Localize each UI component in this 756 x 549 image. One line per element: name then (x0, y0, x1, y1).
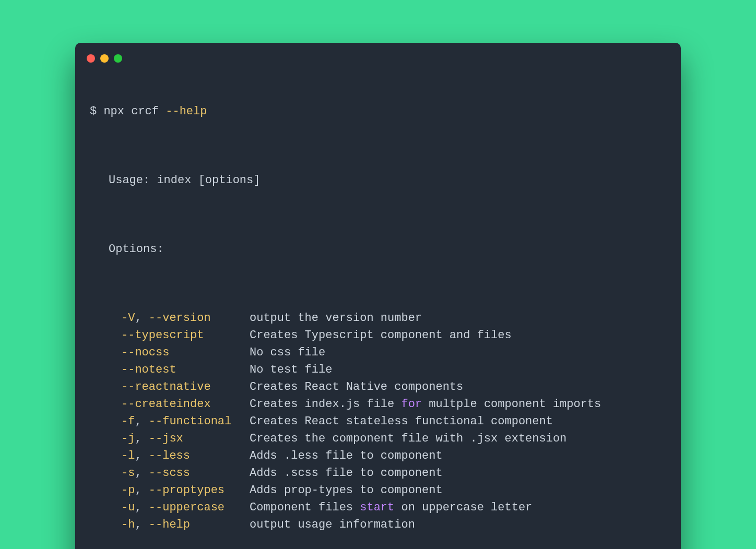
option-row: -V, --versionoutput the version number (121, 309, 666, 327)
option-flags: --reactnative (121, 378, 250, 396)
command-flag: --help (166, 105, 207, 118)
flag-separator: , (135, 415, 148, 428)
option-short-flag: -l (121, 449, 135, 462)
option-description: Creates React Native components (250, 378, 463, 396)
option-row: -s, --scssAdds .scss file to component (121, 464, 666, 482)
flag-separator: , (135, 484, 148, 497)
blank-line (90, 137, 666, 154)
option-flags: --typescript (121, 327, 250, 344)
option-flags: -s, --scss (121, 464, 250, 482)
option-flags: -h, --help (121, 516, 250, 533)
prompt-line: $ npx crcf --help (90, 103, 666, 120)
flag-separator: , (135, 312, 148, 325)
option-flags: --nocss (121, 344, 250, 361)
flag-separator: , (135, 467, 148, 480)
option-row: --reactnativeCreates React Native compon… (121, 378, 666, 396)
option-row: -l, --lessAdds .less file to component (121, 447, 666, 464)
flag-separator: , (135, 449, 148, 462)
close-icon[interactable] (87, 54, 95, 63)
option-long-flag: --uppercase (149, 501, 225, 514)
option-long-flag: --scss (149, 467, 190, 480)
option-row: --typescriptCreates Typescript component… (121, 327, 666, 344)
option-description: Creates the component file with .jsx ext… (250, 430, 566, 447)
option-long-flag: --nocss (121, 346, 169, 359)
window-titlebar (75, 43, 681, 63)
option-long-flag: --typescript (121, 329, 204, 342)
desc-text: Creates index.js file (250, 398, 401, 411)
option-long-flag: --createindex (121, 398, 211, 411)
option-row: -h, --helpoutput usage information (121, 516, 666, 533)
option-short-flag: -p (121, 484, 135, 497)
option-short-flag: -V (121, 312, 135, 325)
option-long-flag: --notest (121, 363, 176, 376)
option-short-flag: -s (121, 467, 135, 480)
usage-line: Usage: index [options] (90, 172, 666, 189)
option-row: --createindexCreates index.js file for m… (121, 396, 666, 413)
prompt-symbol: $ (90, 105, 97, 118)
terminal-content: $ npx crcf --help Usage: index [options]… (75, 63, 681, 549)
option-row: --notestNo test file (121, 361, 666, 378)
desc-text: Component files (250, 501, 360, 514)
options-list: -V, --versionoutput the version number--… (90, 309, 666, 533)
option-description: Adds prop-types to component (250, 482, 443, 499)
option-flags: -p, --proptypes (121, 482, 250, 499)
option-flags: --notest (121, 361, 250, 378)
option-short-flag: -f (121, 415, 135, 428)
option-description: Adds .scss file to component (250, 464, 443, 482)
option-long-flag: --less (149, 449, 190, 462)
maximize-icon[interactable] (114, 54, 122, 63)
minimize-icon[interactable] (100, 54, 109, 63)
option-description: Component files start on uppercase lette… (250, 499, 532, 516)
option-row: -p, --proptypesAdds prop-types to compon… (121, 482, 666, 499)
option-flags: -f, --functional (121, 413, 250, 430)
terminal-window: $ npx crcf --help Usage: index [options]… (75, 43, 681, 549)
option-description: No test file (250, 361, 332, 378)
option-description: Creates index.js file for multple compon… (250, 396, 601, 413)
option-short-flag: -u (121, 501, 135, 514)
option-description: output the version number (250, 309, 422, 327)
option-flags: -l, --less (121, 447, 250, 464)
flag-separator: , (135, 518, 148, 531)
option-row: -u, --uppercaseComponent files start on … (121, 499, 666, 516)
desc-keyword: for (401, 398, 422, 411)
command-text: npx crcf (103, 105, 159, 118)
option-long-flag: --reactnative (121, 380, 211, 393)
blank-line (90, 206, 666, 223)
option-description: Adds .less file to component (250, 447, 443, 464)
options-header: Options: (90, 241, 666, 258)
desc-text: on uppercase letter (394, 501, 532, 514)
option-row: --nocssNo css file (121, 344, 666, 361)
option-description: output usage information (250, 516, 415, 533)
flag-separator: , (135, 432, 148, 445)
option-row: -j, --jsxCreates the component file with… (121, 430, 666, 447)
desc-text: multple component imports (422, 398, 601, 411)
option-flags: -V, --version (121, 309, 250, 327)
blank-line (90, 275, 666, 292)
option-row: -f, --functionalCreates React stateless … (121, 413, 666, 430)
option-flags: -j, --jsx (121, 430, 250, 447)
option-description: Creates Typescript component and files (250, 327, 512, 344)
option-long-flag: --functional (149, 415, 231, 428)
option-short-flag: -h (121, 518, 135, 531)
option-flags: -u, --uppercase (121, 499, 250, 516)
option-flags: --createindex (121, 396, 250, 413)
option-description: No css file (250, 344, 325, 361)
option-long-flag: --version (149, 312, 211, 325)
option-long-flag: --proptypes (149, 484, 225, 497)
flag-separator: , (135, 501, 148, 514)
option-description: Creates React stateless functional compo… (250, 413, 553, 430)
option-long-flag: --help (149, 518, 190, 531)
option-long-flag: --jsx (149, 432, 183, 445)
desc-keyword: start (360, 501, 394, 514)
option-short-flag: -j (121, 432, 135, 445)
